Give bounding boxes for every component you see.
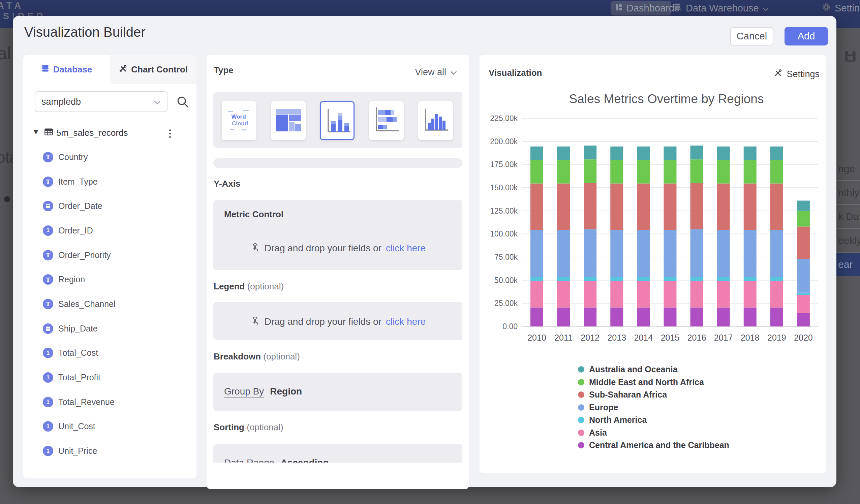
- drop-hint-text: Drag and drop your fields or: [264, 243, 382, 254]
- field-item-order_date[interactable]: Order_Date: [23, 194, 197, 218]
- field-item-country[interactable]: TCountry: [23, 145, 197, 170]
- bar-segment: [744, 184, 757, 230]
- chevron-down-icon: [450, 67, 457, 77]
- chart-settings-label: Settings: [787, 69, 820, 80]
- legend-item: North America: [578, 414, 729, 427]
- group-by-label[interactable]: Group By: [224, 386, 264, 398]
- legend-label: Sub-Saharan Africa: [589, 390, 667, 400]
- bar-segment: [770, 307, 783, 327]
- text-field-icon: T: [43, 274, 53, 285]
- kebab-menu-icon[interactable]: [165, 128, 175, 139]
- chevron-down-icon: [763, 3, 769, 14]
- add-button[interactable]: Add: [785, 27, 828, 45]
- nav-settings[interactable]: Settings: [821, 1, 860, 15]
- bar-segment: [690, 146, 703, 159]
- field-item-order_id[interactable]: 1Order_ID: [23, 218, 197, 243]
- field-item-unit_price[interactable]: 1Unit_Price: [23, 438, 197, 463]
- sort-field-label[interactable]: Data Range: [224, 458, 274, 463]
- bar-segment: [770, 281, 783, 307]
- field-name: Order_Date: [58, 201, 102, 211]
- type-strip-scrollbar[interactable]: [213, 158, 462, 168]
- type-heading: Type: [214, 65, 233, 75]
- chart-type-stacked-column[interactable]: [320, 101, 355, 140]
- bar-segment: [717, 281, 730, 307]
- bar-segment: [584, 277, 597, 281]
- y-tick-label: 75.00k: [494, 253, 518, 261]
- dashboards-icon: [615, 3, 623, 14]
- x-tick-label: 2020: [794, 333, 813, 342]
- metric-control-title: Metric Control: [224, 209, 283, 220]
- legend-color-dot: [578, 366, 584, 373]
- visualization-panel: Visualization Settings Sales Metrics Ove…: [479, 55, 826, 473]
- legend-drop-zone[interactable]: Drag and drop your fields or click here: [213, 302, 462, 340]
- bar-segment: [637, 281, 650, 307]
- field-item-total_revenue[interactable]: 1Total_Revenue: [23, 390, 197, 414]
- chart-type-column[interactable]: [418, 101, 453, 140]
- tab-database[interactable]: Database: [23, 55, 110, 84]
- tab-database-label: Database: [53, 64, 92, 75]
- tab-chart-control[interactable]: Chart Control: [110, 55, 197, 84]
- bar-segment: [797, 211, 810, 227]
- legend-color-dot: [578, 391, 584, 398]
- bar-segment: [663, 307, 676, 327]
- table-row: ▼ 5m_sales_records: [23, 126, 197, 141]
- metric-drop-zone[interactable]: Metric Control Drag and drop your fields…: [213, 200, 462, 270]
- y-tick-label: 175.00k: [490, 160, 518, 169]
- nav-dashboards[interactable]: Dashboards: [611, 1, 671, 15]
- text-type-icon: T: [46, 276, 50, 283]
- field-item-total_profit[interactable]: 1Total_Profit: [23, 365, 197, 390]
- field-item-order_priority[interactable]: TOrder_Priority: [23, 243, 197, 268]
- number-type-icon: 1: [46, 399, 49, 405]
- database-icon: [41, 64, 49, 75]
- occluded-dropdown-item: eekly: [835, 229, 860, 253]
- text-field-icon: T: [43, 299, 53, 309]
- click-here-link[interactable]: click here: [386, 243, 426, 254]
- field-item-item_type[interactable]: TItem_Type: [23, 170, 197, 194]
- x-tick-label: 2012: [580, 333, 600, 342]
- y-tick-label: 150.00k: [490, 183, 518, 192]
- field-name: Total_Profit: [58, 373, 100, 383]
- bar-segment: [717, 277, 730, 281]
- bar-segment: [717, 146, 730, 160]
- table-name[interactable]: 5m_sales_records: [56, 128, 128, 138]
- search-icon[interactable]: [175, 95, 190, 109]
- field-list: TCountryTItem_TypeOrder_Date1Order_IDTOr…: [23, 145, 197, 463]
- legend-label: North America: [589, 415, 647, 425]
- field-item-sales_channel[interactable]: TSales_Channel: [23, 292, 197, 316]
- database-select[interactable]: sampledb: [35, 91, 168, 112]
- field-name: Unit_Price: [58, 446, 97, 456]
- breakdown-box[interactable]: Group By Region: [213, 373, 462, 411]
- chart-type-treemap[interactable]: [271, 101, 306, 140]
- field-item-ship_date[interactable]: Ship_Date: [23, 316, 197, 341]
- chevron-down-icon: [154, 97, 161, 107]
- field-item-unit_cost[interactable]: 1Unit_Cost: [23, 414, 197, 439]
- date-field-icon: [43, 201, 53, 211]
- bar-segment: [717, 230, 730, 277]
- bar-segment: [557, 184, 570, 230]
- field-item-total_cost[interactable]: 1Total_Cost: [23, 341, 197, 365]
- field-name: Order_Priority: [58, 250, 111, 260]
- nav-data-warehouse[interactable]: Data Warehouse: [673, 1, 769, 15]
- collapse-triangle-icon[interactable]: ▼: [34, 128, 38, 135]
- click-here-link[interactable]: click here: [386, 316, 426, 327]
- bar-segment: [637, 146, 650, 160]
- tap-icon: [250, 315, 260, 328]
- view-all-button[interactable]: View all: [415, 67, 457, 77]
- field-item-region[interactable]: TRegion: [23, 267, 197, 292]
- number-field-icon: 1: [43, 372, 53, 383]
- visualization-heading: Visualization: [489, 68, 542, 78]
- legend-color-dot: [578, 430, 584, 436]
- bar-segment: [797, 259, 810, 292]
- text-field-icon: T: [43, 250, 53, 260]
- chart-type-word-cloud[interactable]: WordCloud: [222, 101, 256, 140]
- bar-segment: [530, 160, 543, 184]
- sorting-box[interactable]: Data Range Ascending: [213, 444, 462, 463]
- data-warehouse-icon: [673, 3, 682, 14]
- y-tick-label: 25.00k: [494, 299, 518, 307]
- cancel-button[interactable]: Cancel: [730, 27, 773, 45]
- field-name: Unit_Cost: [58, 421, 95, 431]
- occluded-dropdown-item: k Date: [835, 205, 860, 229]
- chart-type-stacked-bar[interactable]: [369, 101, 404, 140]
- chart-settings-button[interactable]: Settings: [773, 68, 820, 80]
- bar-segment: [797, 200, 810, 211]
